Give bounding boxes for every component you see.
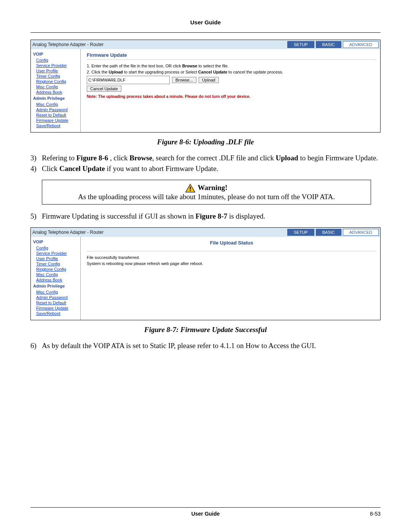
panel-heading-firmware-update: Firmware Update xyxy=(87,51,376,60)
figure-8-7-caption: Figure 8-7: Firmware Update Successful xyxy=(30,326,381,334)
figure-8-6-screenshot: Analog Telephone Adapter - Router SETUP … xyxy=(30,40,381,133)
sidebar-item-reset-default[interactable]: Reset to Default xyxy=(33,112,78,118)
sidebar-item-timer-config-2[interactable]: Timer Config xyxy=(33,261,78,267)
sidebar-item-firmware-update-2[interactable]: Firmware Update xyxy=(33,305,78,311)
tab-basic[interactable]: BASIC xyxy=(316,41,341,48)
instruction-2: 2. Click the Upload to start the upgradi… xyxy=(87,70,376,74)
router-window-title: Analog Telephone Adapter - Router xyxy=(32,42,286,47)
sidebar-section-admin-2: Admin Privilege xyxy=(33,283,78,289)
sidebar-item-misc-config-b[interactable]: Misc Config xyxy=(33,272,78,277)
footer-title: User Guide xyxy=(61,511,350,517)
warning-box: Warning! As the uploading process will t… xyxy=(42,180,371,204)
sidebar-item-admin-password[interactable]: Admin Password xyxy=(33,107,78,112)
router-sidebar-2: VOIP Config Service Provider User Profil… xyxy=(31,237,81,320)
warning-text: As the uploading process will take about… xyxy=(49,193,364,201)
sidebar-section-admin: Admin Privilege xyxy=(33,95,78,102)
sidebar-item-config[interactable]: Config xyxy=(33,58,78,63)
sidebar-item-service-provider[interactable]: Service Provider xyxy=(33,63,78,68)
page-footer: User Guide 8-53 xyxy=(30,507,381,517)
sidebar-item-misc-config-admin-2[interactable]: Misc Config xyxy=(33,289,78,295)
sidebar-item-user-profile-2[interactable]: User Profile xyxy=(33,256,78,261)
upload-warning-note: Note: The uploading process takes about … xyxy=(87,94,376,99)
sidebar-item-address-book[interactable]: Address Book xyxy=(33,89,78,95)
sidebar-item-firmware-update[interactable]: Firmware Update xyxy=(33,118,78,123)
warning-label: Warning! xyxy=(198,184,227,192)
warning-icon xyxy=(185,183,195,193)
router-window-title-2: Analog Telephone Adapter - Router xyxy=(32,230,286,235)
sidebar-item-ringtone-config-2[interactable]: Ringtone Config xyxy=(33,267,78,272)
status-line-1: File successfully transferred. xyxy=(87,255,376,260)
tab-setup-2[interactable]: SETUP xyxy=(287,229,314,236)
figure-8-6-caption: Figure 8-6: Uploading .DLF file xyxy=(30,138,381,146)
router-sidebar: VOIP Config Service Provider User Profil… xyxy=(31,49,81,132)
sidebar-item-admin-password-2[interactable]: Admin Password xyxy=(33,295,78,300)
figure-8-7-screenshot: Analog Telephone Adapter - Router SETUP … xyxy=(30,227,381,320)
step-4: 4) Click Cancel Update if you want to ab… xyxy=(30,165,381,173)
sidebar-item-save-reboot[interactable]: Save/Reboot xyxy=(33,123,78,128)
svg-rect-2 xyxy=(190,190,191,191)
footer-rule xyxy=(30,507,381,508)
step-5: 5) Firmware Updating is successful if GU… xyxy=(30,212,381,220)
instruction-1: 1. Enter the path of the file in the tex… xyxy=(87,64,376,68)
step-3: 3) Refering to Figure 8-6 , click Browse… xyxy=(30,154,381,162)
page-header: User Guide xyxy=(30,19,381,26)
footer-page-number: 8-53 xyxy=(350,511,381,517)
svg-rect-1 xyxy=(190,187,191,189)
sidebar-item-user-profile[interactable]: User Profile xyxy=(33,68,78,73)
browse-button[interactable]: Browse... xyxy=(172,77,196,83)
upload-button[interactable]: Upload xyxy=(199,77,219,83)
tab-advanced[interactable]: ADVANCED xyxy=(343,41,379,48)
sidebar-item-misc-config[interactable]: Misc Config xyxy=(33,84,78,89)
sidebar-item-service-provider-2[interactable]: Service Provider xyxy=(33,251,78,256)
header-rule xyxy=(30,32,381,33)
sidebar-item-timer-config[interactable]: Timer Config xyxy=(33,73,78,79)
sidebar-section-voip-2: VOIP xyxy=(33,238,78,245)
tab-setup[interactable]: SETUP xyxy=(287,41,314,48)
sidebar-item-config-2[interactable]: Config xyxy=(33,245,78,251)
tab-basic-2[interactable]: BASIC xyxy=(316,229,341,236)
firmware-path-input[interactable] xyxy=(87,76,170,84)
sidebar-item-misc-config-2[interactable]: Misc Config xyxy=(33,102,78,107)
sidebar-item-save-reboot-2[interactable]: Save/Reboot xyxy=(33,311,78,316)
panel-heading-upload-status: File Upload Status xyxy=(87,239,376,247)
sidebar-item-reset-default-2[interactable]: Reset to Default xyxy=(33,300,78,305)
sidebar-section-voip: VOIP xyxy=(33,51,78,58)
sidebar-item-address-book-2[interactable]: Address Book xyxy=(33,277,78,283)
tab-advanced-2[interactable]: ADVANCED xyxy=(343,229,379,236)
cancel-update-button[interactable]: Cancel Update xyxy=(87,86,121,92)
status-line-2: System is rebooting now please refresh w… xyxy=(87,261,376,266)
step-6: 6) As by default the VOIP ATA is set to … xyxy=(30,342,381,350)
sidebar-item-ringtone-config[interactable]: Ringtone Config xyxy=(33,79,78,84)
